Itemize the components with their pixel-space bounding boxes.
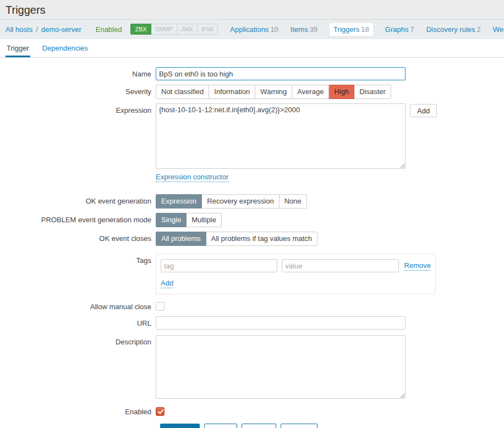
- breadcrumb-separator: /: [36, 25, 38, 34]
- breadcrumb-all-hosts[interactable]: All hosts: [6, 25, 32, 34]
- interface-snmp-badge: SNMP: [151, 24, 177, 35]
- ok-event-closes-all-problems-button[interactable]: All problems: [156, 232, 206, 246]
- nav-triggers[interactable]: Triggers18: [330, 23, 373, 36]
- page-title: Triggers: [6, 3, 498, 17]
- severity-not-classified-button[interactable]: Not classified: [156, 85, 209, 99]
- enabled-checkbox[interactable]: [156, 407, 165, 416]
- cancel-button[interactable]: Cancel: [281, 424, 317, 428]
- tag-name-input[interactable]: [161, 259, 277, 272]
- expression-add-button[interactable]: Add: [410, 104, 437, 117]
- tabbar: Trigger Dependencies: [0, 39, 504, 58]
- clone-button[interactable]: Clone: [204, 424, 237, 428]
- name-row: Name: [0, 67, 504, 80]
- severity-high-button[interactable]: High: [329, 85, 354, 99]
- severity-label: Severity: [0, 85, 156, 96]
- tags-label: Tags: [0, 254, 156, 265]
- interface-ipmi-badge: IPMI: [198, 24, 218, 35]
- discovery-rules-count: 2: [477, 25, 481, 34]
- expression-constructor-link[interactable]: Expression constructor: [156, 173, 228, 182]
- ok-event-closes-label: OK event closes: [0, 232, 156, 243]
- tag-value-input[interactable]: [282, 259, 398, 272]
- nav-applications[interactable]: Applications10: [230, 25, 278, 34]
- graphs-count: 7: [410, 25, 414, 34]
- trigger-form: Name Severity Not classified Information…: [0, 58, 504, 428]
- problem-mode-multiple-button[interactable]: Multiple: [187, 213, 222, 227]
- interface-zbx-badge: ZBX: [130, 24, 151, 35]
- items-count: 39: [310, 25, 317, 34]
- ok-event-generation-control: Expression Recovery expression None: [156, 194, 307, 208]
- allow-manual-close-row: Allow manual close: [0, 300, 504, 311]
- ok-event-generation-none-button[interactable]: None: [280, 194, 307, 208]
- interface-jmx-badge: JMX: [177, 24, 198, 35]
- severity-row: Severity Not classified Information Warn…: [0, 85, 504, 99]
- page-header: Triggers: [0, 0, 504, 19]
- ok-event-closes-row: OK event closes All problems All problem…: [0, 232, 504, 246]
- expression-textarea[interactable]: [156, 103, 406, 169]
- triggers-count: 18: [361, 25, 369, 34]
- host-status-badge: Enabled: [96, 25, 122, 34]
- name-input[interactable]: [156, 67, 406, 80]
- ok-event-closes-control: All problems All problems if tag values …: [156, 232, 317, 246]
- expression-row: Expression Add Expression constructor: [0, 103, 504, 190]
- problem-mode-single-button[interactable]: Single: [156, 213, 187, 227]
- ok-event-generation-recovery-expression-button[interactable]: Recovery expression: [202, 194, 279, 208]
- enabled-row: Enabled: [0, 405, 504, 416]
- description-row: Description: [0, 335, 504, 400]
- allow-manual-close-label: Allow manual close: [0, 300, 156, 311]
- problem-event-generation-mode-control: Single Multiple: [156, 213, 222, 227]
- tags-fieldset: Remove Add: [156, 254, 436, 294]
- tab-trigger[interactable]: Trigger: [6, 39, 30, 57]
- description-textarea[interactable]: [156, 335, 406, 399]
- url-row: URL: [0, 316, 504, 330]
- delete-button[interactable]: Delete: [242, 424, 277, 428]
- severity-information-button[interactable]: Information: [209, 85, 255, 99]
- severity-disaster-button[interactable]: Disaster: [354, 85, 391, 99]
- form-actions: Update Clone Delete Cancel: [160, 424, 504, 428]
- problem-event-generation-mode-row: PROBLEM event generation mode Single Mul…: [0, 213, 504, 227]
- enabled-label: Enabled: [0, 405, 156, 416]
- nav-items[interactable]: Items39: [291, 25, 317, 34]
- ok-event-generation-row: OK event generation Expression Recovery …: [0, 194, 504, 208]
- breadcrumb: All hosts / demo-server Enabled ZBX SNMP…: [0, 19, 504, 39]
- tags-row: Tags Remove Add: [0, 254, 504, 294]
- applications-count: 10: [270, 25, 278, 34]
- update-button[interactable]: Update: [160, 424, 200, 428]
- ok-event-generation-label: OK event generation: [0, 194, 156, 205]
- allow-manual-close-checkbox[interactable]: [156, 302, 165, 311]
- nav-discovery-rules[interactable]: Discovery rules2: [426, 25, 481, 34]
- interface-availability-group: ZBX SNMP JMX IPMI: [130, 24, 218, 35]
- url-input[interactable]: [156, 316, 406, 330]
- nav-graphs[interactable]: Graphs7: [385, 25, 414, 34]
- severity-average-button[interactable]: Average: [292, 85, 329, 99]
- breadcrumb-host[interactable]: demo-server: [41, 25, 81, 34]
- severity-control: Not classified Information Warning Avera…: [156, 85, 391, 99]
- description-label: Description: [0, 335, 156, 346]
- problem-event-generation-mode-label: PROBLEM event generation mode: [0, 213, 156, 224]
- ok-event-generation-expression-button[interactable]: Expression: [156, 194, 202, 208]
- tag-remove-link[interactable]: Remove: [404, 261, 431, 271]
- tag-add-link[interactable]: Add: [161, 279, 173, 288]
- url-label: URL: [0, 316, 156, 327]
- tab-dependencies[interactable]: Dependencies: [41, 39, 89, 57]
- name-label: Name: [0, 67, 156, 78]
- severity-warning-button[interactable]: Warning: [255, 85, 292, 99]
- ok-event-closes-tag-match-button[interactable]: All problems if tag values match: [206, 232, 318, 246]
- nav-web-scenarios[interactable]: Web scenarios: [493, 25, 504, 34]
- expression-label: Expression: [0, 103, 156, 114]
